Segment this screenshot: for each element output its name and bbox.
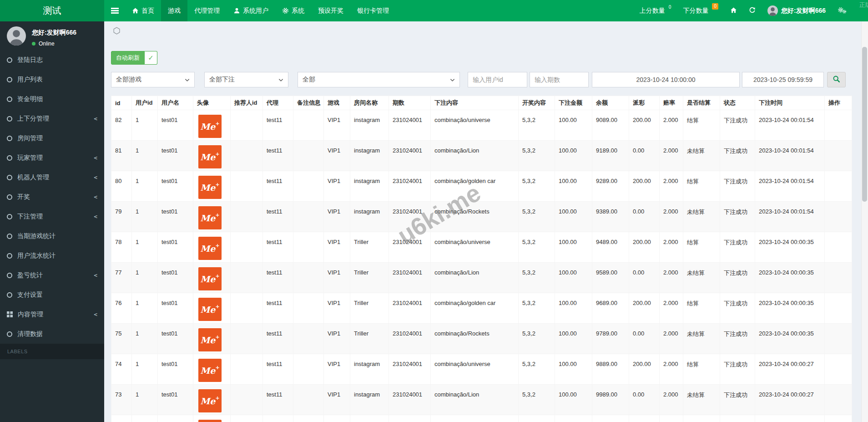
navbar-item-1[interactable]: 游戏: [161, 0, 187, 21]
chevron-left-icon: <: [94, 193, 97, 200]
cell-bet_time: 2023-10-24 00:01:54: [755, 110, 825, 141]
refresh-button[interactable]: [743, 0, 762, 21]
sidebar-user-name: 您好:发财啊666: [32, 29, 76, 37]
cell-bet_content: combinação/Rockets: [431, 202, 519, 232]
cell-bet_time: 2023-10-24 00:00:27: [755, 385, 825, 415]
corner-watermark: 正版: [859, 1, 868, 9]
navbar-item-3[interactable]: 系统用户: [227, 0, 275, 21]
navbar-item-4[interactable]: 系统: [275, 0, 311, 21]
cell-game: VIP1: [324, 415, 350, 422]
sidebar-item-7[interactable]: 开奖<: [0, 187, 104, 207]
cell-bet_amount: 100.00: [555, 110, 592, 141]
user-id-input[interactable]: [468, 72, 527, 87]
sidebar-menu: 登陆日志用户列表资金明细上下分管理<房间管理玩家管理<机器人管理<开奖<下注管理…: [0, 50, 104, 344]
cell-avatar: Me+: [193, 354, 231, 385]
sidebar-user-status: Online: [32, 41, 76, 47]
period-input[interactable]: [530, 72, 589, 87]
column-header: 派彩: [629, 96, 660, 110]
cell-payout: 200.00: [629, 232, 660, 263]
cell-open_content: 5,3,2: [519, 415, 555, 422]
sidebar-item-13[interactable]: 内容管理<: [0, 305, 104, 324]
cell-balance: 9889.00: [592, 354, 629, 385]
hexagon-icon[interactable]: [113, 27, 121, 36]
cell-id: 78: [111, 232, 132, 263]
auto-refresh-toggle[interactable]: 自动刷新 ✓: [111, 51, 157, 65]
table-row: 801test01Me+test11VIP1instagram231024001…: [111, 171, 852, 202]
search-button[interactable]: [827, 72, 846, 87]
brand-logo[interactable]: 测试: [0, 0, 104, 21]
cell-settled: 结算: [683, 232, 720, 263]
cell-remark: [293, 354, 324, 385]
bet-type-select[interactable]: 全部下注: [204, 72, 288, 87]
sidebar-item-2[interactable]: 资金明细: [0, 89, 104, 109]
all-select[interactable]: 全部: [298, 72, 460, 87]
circle-icon: [7, 155, 12, 161]
sidebar-item-1[interactable]: 用户列表: [0, 70, 104, 89]
gear-icon: [282, 7, 289, 14]
sidebar-item-8[interactable]: 下注管理<: [0, 207, 104, 226]
chevron-left-icon: <: [94, 174, 97, 181]
sidebar-item-9[interactable]: 当期游戏统计: [0, 226, 104, 246]
cell-odds: 2.000: [660, 141, 683, 171]
sidebar-item-11[interactable]: 盈亏统计<: [0, 265, 104, 285]
cell-settled: 未结算: [683, 324, 720, 354]
user-menu[interactable]: 您好:发财啊666: [762, 0, 832, 21]
settings-button[interactable]: [832, 0, 853, 21]
game-select[interactable]: 全部游戏: [111, 72, 195, 87]
cell-period: 231024001: [389, 202, 431, 232]
navbar-item-label: 系统: [292, 7, 304, 15]
cell-balance: 10089.00: [592, 415, 629, 422]
navbar-item-2[interactable]: 代理管理: [187, 0, 227, 21]
cell-avatar: Me+: [193, 385, 231, 415]
chevron-down-icon: [278, 76, 283, 83]
bets-table: id用户id用户名头像推荐人id代理备注信息游戏房间名称期数下注内容开奖内容下注…: [111, 96, 852, 422]
sidebar-item-4[interactable]: 房间管理: [0, 128, 104, 148]
cell-bet_content: combinação/Lion: [431, 141, 519, 171]
cell-open_content: 5,3,2: [519, 232, 555, 263]
sidebar-item-label: 内容管理: [18, 310, 43, 319]
home-button[interactable]: [724, 0, 743, 21]
cell-id: 76: [111, 293, 132, 324]
down-score-button[interactable]: 下分数量0: [677, 0, 724, 21]
cell-odds: 2.000: [660, 263, 683, 293]
sidebar-toggle-button[interactable]: [104, 0, 125, 21]
sidebar-item-0[interactable]: 登陆日志: [0, 50, 104, 70]
navbar-item-6[interactable]: 银行卡管理: [350, 0, 396, 21]
sidebar-item-14[interactable]: 清理数据: [0, 324, 104, 344]
up-score-button[interactable]: 上分数量0: [634, 0, 677, 21]
cell-balance: 9289.00: [592, 171, 629, 202]
cell-bet_content: combinação/Rockets: [431, 324, 519, 354]
sidebar-item-label: 开奖: [17, 193, 30, 201]
sidebar-item-12[interactable]: 支付设置: [0, 285, 104, 305]
user-avatar-image: Me+: [198, 328, 222, 351]
cell-balance: 9489.00: [592, 232, 629, 263]
cell-bet_time: 2023-10-24 00:01:54: [755, 202, 825, 232]
cell-period: 231024001: [389, 263, 431, 293]
sidebar-item-6[interactable]: 机器人管理<: [0, 168, 104, 187]
sidebar-item-10[interactable]: 用户流水统计: [0, 246, 104, 265]
online-dot-icon: [32, 42, 35, 46]
cell-id: 72: [111, 415, 132, 422]
navbar-item-label: 代理管理: [194, 7, 220, 15]
date-from-input[interactable]: [592, 72, 740, 87]
cell-game: VIP1: [324, 385, 350, 415]
sidebar-item-5[interactable]: 玩家管理<: [0, 148, 104, 168]
column-header: 期数: [389, 96, 431, 110]
cell-id: 73: [111, 385, 132, 415]
date-to-input[interactable]: [742, 72, 824, 87]
navbar-item-5[interactable]: 预设开奖: [311, 0, 350, 21]
sidebar-item-label: 资金明细: [17, 95, 43, 103]
cell-game: VIP1: [324, 263, 350, 293]
column-header: 开奖内容: [519, 96, 555, 110]
cell-bet_amount: 100.00: [555, 354, 592, 385]
sidebar-item-3[interactable]: 上下分管理<: [0, 109, 104, 128]
cell-bet_content: combinação/golden car: [431, 171, 519, 202]
sidebar-item-label: 登陆日志: [17, 56, 43, 64]
cell-open_content: 5,3,2: [519, 354, 555, 385]
vertical-scrollbar-thumb[interactable]: [862, 47, 867, 202]
cell-username: test01: [158, 141, 193, 171]
cell-agent: test11: [263, 385, 293, 415]
navbar-item-0[interactable]: 首页: [125, 0, 161, 21]
cell-id: 81: [111, 141, 132, 171]
cell-avatar: Me+: [193, 293, 231, 324]
